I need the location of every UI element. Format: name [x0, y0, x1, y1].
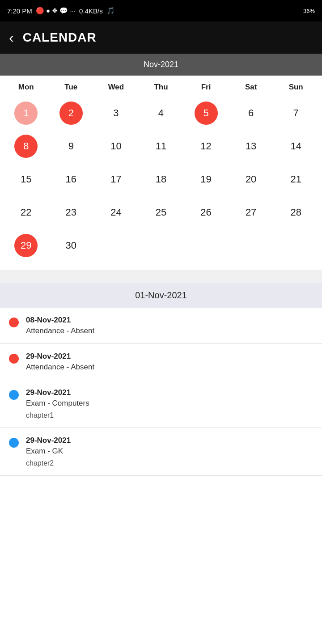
event-dot-0: [9, 318, 19, 327]
status-right: 36%: [303, 8, 315, 14]
event-dot-1: [9, 354, 19, 364]
calendar-day-1[interactable]: 1: [4, 98, 49, 128]
status-network: 0.4KB/s: [79, 7, 103, 15]
event-detail-3: chapter2: [26, 459, 71, 467]
status-bar: 7:20 PM 🔴 ● ❖ 💬 ··· 0.4KB/s 🎵 36%: [0, 0, 322, 21]
calendar-day-26[interactable]: 26: [183, 197, 229, 228]
event-date-3: 29-Nov-2021: [26, 436, 71, 445]
calendar-day-21[interactable]: 21: [273, 164, 318, 195]
app-header: ‹ CALENDAR: [0, 21, 322, 54]
calendar-day-12[interactable]: 12: [183, 131, 229, 161]
calendar-day-5[interactable]: 5: [183, 98, 229, 128]
event-title-0: Attendance - Absent: [26, 326, 94, 335]
calendar-day-25[interactable]: 25: [139, 197, 184, 228]
calendar-day-4[interactable]: 4: [139, 98, 184, 128]
calendar-day-17[interactable]: 17: [93, 164, 139, 195]
event-item-0[interactable]: 08-Nov-2021Attendance - Absent: [0, 308, 322, 344]
calendar-day-7[interactable]: 7: [273, 98, 318, 128]
event-content-1: 29-Nov-2021Attendance - Absent: [26, 352, 94, 372]
event-dot-3: [9, 438, 19, 448]
calendar-day-30[interactable]: 30: [49, 230, 94, 261]
status-bluetooth: 🎵: [106, 7, 115, 15]
calendar-day-14[interactable]: 14: [273, 131, 318, 161]
section-divider: [0, 270, 322, 283]
day-header-fri: Fri: [183, 80, 229, 94]
day-header-sun: Sun: [273, 80, 318, 94]
event-item-2[interactable]: 29-Nov-2021Exam - Computerschapter1: [0, 380, 322, 428]
calendar-day-10[interactable]: 10: [93, 131, 139, 161]
calendar-day-16[interactable]: 16: [49, 164, 94, 195]
calendar-day-13[interactable]: 13: [229, 131, 274, 161]
event-title-2: Exam - Computers: [26, 399, 89, 408]
day-header-mon: Mon: [4, 80, 49, 94]
event-title-1: Attendance - Absent: [26, 363, 94, 372]
calendar-day-18[interactable]: 18: [139, 164, 184, 195]
event-date-2: 29-Nov-2021: [26, 388, 89, 397]
event-item-1[interactable]: 29-Nov-2021Attendance - Absent: [0, 344, 322, 380]
event-content-2: 29-Nov-2021Exam - Computerschapter1: [26, 388, 89, 419]
status-time: 7:20 PM: [7, 7, 32, 15]
selected-date-label: 01-Nov-2021: [135, 290, 187, 300]
status-left: 7:20 PM 🔴 ● ❖ 💬 ··· 0.4KB/s 🎵: [7, 7, 115, 15]
calendar-day-9[interactable]: 9: [49, 131, 94, 161]
calendar-day-29[interactable]: 29: [4, 230, 49, 261]
event-dot-2: [9, 390, 19, 400]
calendar-grid: 1234567891011121314151617181920212223242…: [4, 98, 318, 261]
calendar-day-15[interactable]: 15: [4, 164, 49, 195]
calendar-day-19[interactable]: 19: [183, 164, 229, 195]
calendar-day-2[interactable]: 2: [49, 98, 94, 128]
month-label: Nov-2021: [144, 60, 178, 69]
calendar-day-24[interactable]: 24: [93, 197, 139, 228]
month-bar: Nov-2021: [0, 54, 322, 76]
day-header-sat: Sat: [229, 80, 274, 94]
event-date-0: 08-Nov-2021: [26, 316, 94, 325]
event-content-3: 29-Nov-2021Exam - GKchapter2: [26, 436, 71, 467]
selected-date-bar[interactable]: 01-Nov-2021: [0, 283, 322, 308]
calendar-day-8[interactable]: 8: [4, 131, 49, 161]
back-button[interactable]: ‹: [9, 30, 14, 45]
status-icons: 🔴 ● ❖ 💬 ···: [36, 7, 76, 15]
event-title-3: Exam - GK: [26, 447, 71, 456]
event-content-0: 08-Nov-2021Attendance - Absent: [26, 316, 94, 335]
calendar-day-20[interactable]: 20: [229, 164, 274, 195]
calendar-day-6[interactable]: 6: [229, 98, 274, 128]
day-headers: Mon Tue Wed Thu Fri Sat Sun: [4, 80, 318, 94]
calendar-day-23[interactable]: 23: [49, 197, 94, 228]
day-header-thu: Thu: [139, 80, 184, 94]
event-detail-2: chapter1: [26, 411, 89, 419]
event-date-1: 29-Nov-2021: [26, 352, 94, 361]
event-item-3[interactable]: 29-Nov-2021Exam - GKchapter2: [0, 428, 322, 476]
calendar-day-3[interactable]: 3: [93, 98, 139, 128]
calendar-day-27[interactable]: 27: [229, 197, 274, 228]
day-header-wed: Wed: [93, 80, 139, 94]
day-header-tue: Tue: [49, 80, 94, 94]
page-title: CALENDAR: [23, 30, 97, 45]
event-list: 08-Nov-2021Attendance - Absent29-Nov-202…: [0, 308, 322, 476]
calendar-day-11[interactable]: 11: [139, 131, 184, 161]
status-battery: 36%: [303, 8, 315, 14]
calendar-section: Mon Tue Wed Thu Fri Sat Sun 123456789101…: [0, 76, 322, 270]
calendar-day-22[interactable]: 22: [4, 197, 49, 228]
calendar-day-28[interactable]: 28: [273, 197, 318, 228]
